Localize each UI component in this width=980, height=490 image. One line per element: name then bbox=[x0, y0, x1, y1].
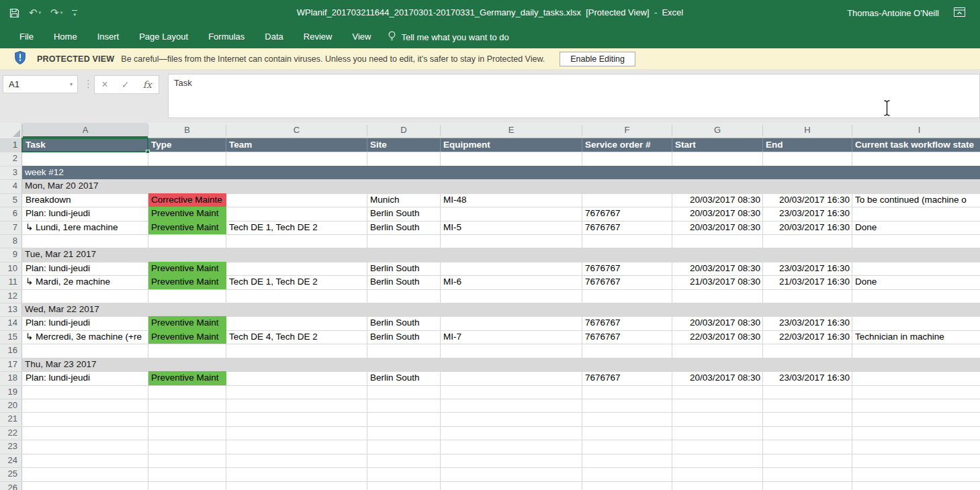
cell-I7[interactable]: Done bbox=[852, 221, 980, 234]
col-header-H[interactable]: H bbox=[763, 123, 852, 138]
cell-F7[interactable]: 7676767 bbox=[582, 221, 672, 234]
user-name[interactable]: Thomas-Antoine O'Neill bbox=[847, 8, 939, 18]
cell-I5[interactable]: To be continued (machine o bbox=[852, 193, 980, 207]
row-header-22[interactable]: 22 bbox=[0, 426, 17, 440]
cell-F14[interactable]: 7676767 bbox=[582, 316, 672, 330]
row-header-19[interactable]: 19 bbox=[0, 385, 17, 399]
row-header-20[interactable]: 20 bbox=[0, 399, 17, 412]
cell-G14[interactable]: 20/03/2017 08:30 bbox=[672, 316, 763, 330]
col-header-C[interactable]: C bbox=[226, 123, 367, 138]
cell-H6[interactable]: 23/03/2017 16:30 bbox=[763, 207, 852, 220]
cell-H11[interactable]: 21/03/2017 16:30 bbox=[763, 275, 852, 289]
tab-home[interactable]: Home bbox=[44, 26, 87, 48]
tell-me-box[interactable]: Tell me what you want to do bbox=[388, 31, 508, 44]
date-band[interactable]: Tue, Mar 21 2017 bbox=[22, 248, 980, 261]
ribbon-display-options-icon[interactable] bbox=[954, 7, 965, 19]
header-cell-I1[interactable]: Current task workflow state bbox=[852, 138, 980, 152]
header-cell-B1[interactable]: Type bbox=[148, 138, 226, 152]
row-header-7[interactable]: 7 bbox=[0, 221, 17, 234]
row-header-10[interactable]: 10 bbox=[0, 262, 17, 275]
cell-G15[interactable]: 22/03/2017 08:30 bbox=[672, 330, 763, 344]
row-header-12[interactable]: 12 bbox=[0, 289, 17, 303]
row-header-21[interactable]: 21 bbox=[0, 412, 17, 426]
name-box-dropdown-icon[interactable]: ▾ bbox=[70, 76, 73, 93]
cell-A11[interactable]: ↳ Mardi, 2e machine bbox=[23, 275, 148, 289]
cell-B5[interactable]: Corrective Mainte bbox=[148, 193, 226, 207]
cancel-icon[interactable]: × bbox=[101, 79, 107, 91]
cell-D18[interactable]: Berlin South bbox=[367, 371, 441, 385]
insert-function-icon[interactable]: fx bbox=[143, 79, 152, 90]
cell-A10[interactable]: Plan: lundi-jeudi bbox=[23, 262, 148, 275]
cell-G10[interactable]: 20/03/2017 08:30 bbox=[672, 262, 763, 275]
cell-D10[interactable]: Berlin South bbox=[367, 262, 441, 275]
tab-formulas[interactable]: Formulas bbox=[198, 26, 255, 48]
cell-B11[interactable]: Preventive Maint bbox=[148, 275, 226, 289]
cell-B18[interactable]: Preventive Maint bbox=[148, 371, 226, 385]
row-header-24[interactable]: 24 bbox=[0, 454, 17, 467]
tab-view[interactable]: View bbox=[342, 26, 381, 48]
col-header-B[interactable]: B bbox=[148, 123, 226, 138]
cell-I11[interactable]: Done bbox=[852, 275, 980, 289]
cell-F10[interactable]: 7676767 bbox=[582, 262, 672, 275]
cell-E7[interactable]: MI-5 bbox=[441, 221, 582, 234]
enter-icon[interactable]: ✓ bbox=[122, 79, 130, 90]
cell-D11[interactable]: Berlin South bbox=[367, 275, 441, 289]
cell-A15[interactable]: ↳ Mercredi, 3e machine (+re bbox=[23, 330, 148, 344]
row-header-23[interactable]: 23 bbox=[0, 440, 17, 453]
cell-B10[interactable]: Preventive Maint bbox=[148, 262, 226, 275]
cell-A7[interactable]: ↳ Lundi, 1ere machine bbox=[23, 221, 148, 234]
cell-I15[interactable]: Technician in machine bbox=[852, 330, 980, 344]
cell-H5[interactable]: 20/03/2017 16:30 bbox=[763, 193, 852, 207]
date-band[interactable]: Thu, Mar 23 2017 bbox=[22, 358, 980, 371]
cell-H18[interactable]: 23/03/2017 16:30 bbox=[763, 371, 852, 385]
cell-H15[interactable]: 22/03/2017 16:30 bbox=[763, 330, 852, 344]
name-box[interactable]: A1 ▾ bbox=[3, 75, 78, 93]
cell-G7[interactable]: 20/03/2017 08:30 bbox=[672, 221, 763, 234]
cell-D7[interactable]: Berlin South bbox=[367, 221, 441, 234]
header-cell-D1[interactable]: Site bbox=[367, 138, 440, 152]
header-row-band[interactable]: TaskTypeTeamSiteEquipmentService order #… bbox=[22, 138, 980, 152]
row-header-15[interactable]: 15 bbox=[0, 330, 17, 344]
row-header-9[interactable]: 9 bbox=[0, 248, 17, 261]
cell-G5[interactable]: 20/03/2017 08:30 bbox=[672, 193, 763, 207]
cell-G6[interactable]: 20/03/2017 08:30 bbox=[672, 207, 763, 220]
col-header-D[interactable]: D bbox=[367, 123, 440, 138]
week-band[interactable]: week #12 bbox=[22, 166, 980, 179]
row-header-4[interactable]: 4 bbox=[0, 179, 17, 193]
col-header-F[interactable]: F bbox=[582, 123, 672, 138]
cell-H7[interactable]: 20/03/2017 16:30 bbox=[763, 221, 852, 234]
cell-A6[interactable]: Plan: lundi-jeudi bbox=[23, 207, 148, 220]
row-header-16[interactable]: 16 bbox=[0, 344, 17, 357]
row-header-3[interactable]: 3 bbox=[0, 166, 17, 179]
cell-F18[interactable]: 7676767 bbox=[582, 371, 672, 385]
cell-A18[interactable]: Plan: lundi-jeudi bbox=[23, 371, 148, 385]
cell-D5[interactable]: Munich bbox=[367, 193, 441, 207]
row-header-14[interactable]: 14 bbox=[0, 316, 17, 330]
cell-F11[interactable]: 7676767 bbox=[582, 275, 672, 289]
cell-G11[interactable]: 21/03/2017 08:30 bbox=[672, 275, 763, 289]
tab-file[interactable]: File bbox=[9, 26, 44, 48]
header-cell-E1[interactable]: Equipment bbox=[440, 138, 582, 152]
cell-C7[interactable]: Tech DE 1, Tech DE 2 bbox=[226, 221, 367, 234]
row-header-5[interactable]: 5 bbox=[0, 193, 17, 207]
date-band[interactable]: Mon, Mar 20 2017 bbox=[22, 179, 980, 193]
cell-D14[interactable]: Berlin South bbox=[367, 316, 441, 330]
col-header-E[interactable]: E bbox=[441, 123, 582, 138]
row-header-2[interactable]: 2 bbox=[0, 152, 17, 165]
cell-E15[interactable]: MI-7 bbox=[441, 330, 582, 344]
row-header-26[interactable]: 26 bbox=[0, 481, 17, 490]
col-header-G[interactable]: G bbox=[672, 123, 762, 138]
enable-editing-button[interactable]: Enable Editing bbox=[560, 52, 635, 66]
cell-H14[interactable]: 23/03/2017 16:30 bbox=[763, 316, 852, 330]
cell-C15[interactable]: Tech DE 4, Tech DE 2 bbox=[226, 330, 367, 344]
tab-insert[interactable]: Insert bbox=[87, 26, 130, 48]
tab-data[interactable]: Data bbox=[255, 26, 293, 48]
cell-H10[interactable]: 23/03/2017 16:30 bbox=[763, 262, 852, 275]
cell-D6[interactable]: Berlin South bbox=[367, 207, 441, 220]
tab-review[interactable]: Review bbox=[294, 26, 343, 48]
row-header-18[interactable]: 18 bbox=[0, 371, 17, 385]
cell-C11[interactable]: Tech DE 1, Tech DE 2 bbox=[226, 275, 367, 289]
row-header-25[interactable]: 25 bbox=[0, 467, 17, 481]
cell-B7[interactable]: Preventive Maint bbox=[148, 221, 226, 234]
row-header-8[interactable]: 8 bbox=[0, 234, 17, 248]
